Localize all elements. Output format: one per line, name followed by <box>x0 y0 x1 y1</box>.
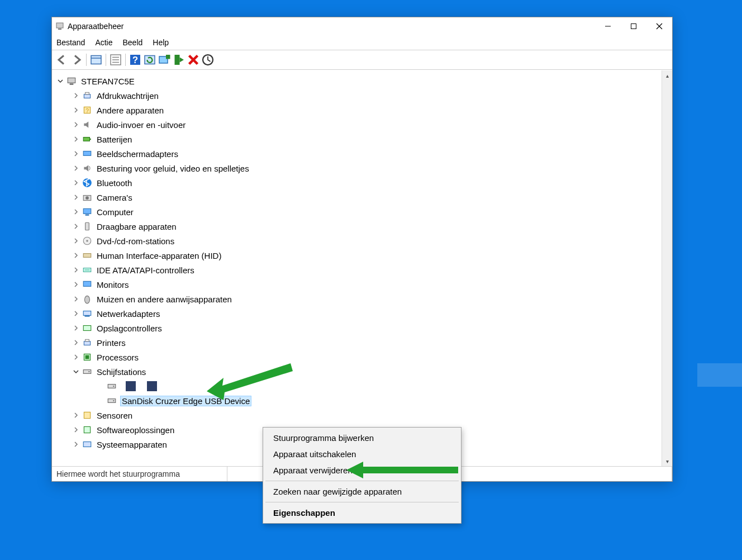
tree-category[interactable]: Printers <box>55 335 662 350</box>
svg-rect-39 <box>83 281 91 286</box>
chevron-right-icon[interactable] <box>72 339 80 347</box>
tree-item-label: Processors <box>96 352 140 363</box>
forward-button[interactable] <box>70 53 83 67</box>
scan-button[interactable] <box>201 53 215 67</box>
tree-category[interactable]: Monitors <box>55 277 662 292</box>
tree-category[interactable]: Bluetooth <box>55 175 662 190</box>
chevron-right-icon[interactable] <box>72 208 80 216</box>
chevron-right-icon[interactable] <box>72 179 80 187</box>
tree-category[interactable]: Opslagcontrollers <box>55 321 662 335</box>
tree-item-label: IDE ATA/ATAPI-controllers <box>96 265 196 276</box>
tree-item-label: STEFAN7C5E <box>80 76 136 87</box>
chevron-right-icon[interactable] <box>72 310 80 317</box>
camera-icon <box>82 192 92 202</box>
menu-file[interactable]: Bestand <box>56 38 85 47</box>
ctx-remove-device[interactable]: Apparaat verwijderen <box>264 462 460 478</box>
chevron-right-icon[interactable] <box>72 411 80 419</box>
audio-icon <box>82 120 92 130</box>
chevron-right-icon[interactable] <box>72 440 80 448</box>
refresh-button[interactable] <box>143 53 156 67</box>
monitor-icon <box>82 279 92 290</box>
tree-root[interactable]: STEFAN7C5E <box>55 74 662 88</box>
chevron-right-icon[interactable] <box>72 150 80 158</box>
tree-device[interactable] <box>55 379 662 393</box>
tree-category[interactable]: Human Interface-apparaten (HID) <box>55 248 662 263</box>
chevron-right-icon[interactable] <box>72 237 80 245</box>
chevron-right-icon[interactable] <box>72 222 80 230</box>
chevron-down-icon[interactable] <box>72 368 80 376</box>
other-devices-icon: ? <box>82 105 92 115</box>
ctx-disable-device[interactable]: Apparaat uitschakelen <box>264 446 460 462</box>
back-button[interactable] <box>55 53 69 67</box>
chevron-right-icon[interactable] <box>72 266 80 274</box>
tree-category[interactable]: Sensoren <box>55 408 662 423</box>
scroll-down-icon[interactable]: ▾ <box>662 456 672 466</box>
properties-button[interactable] <box>109 53 122 67</box>
window-controls <box>595 17 672 35</box>
maximize-button[interactable] <box>621 17 646 35</box>
chevron-right-icon[interactable] <box>72 164 80 172</box>
tree-category[interactable]: IDE ATA/ATAPI-controllers <box>55 263 662 277</box>
menu-help[interactable]: Help <box>153 38 169 47</box>
tree-category[interactable]: Batterijen <box>55 132 662 146</box>
svg-rect-47 <box>85 355 89 359</box>
toolbar-separator <box>125 54 126 66</box>
chevron-right-icon[interactable] <box>72 295 80 303</box>
chevron-right-icon[interactable] <box>72 251 80 259</box>
chevron-down-icon[interactable] <box>56 77 64 85</box>
show-hidden-button[interactable] <box>89 53 103 67</box>
help-button[interactable]: ? <box>129 53 142 67</box>
chevron-right-icon[interactable] <box>72 92 80 99</box>
svg-rect-42 <box>85 315 90 316</box>
tree-item-label: Human Interface-apparaten (HID) <box>96 250 222 261</box>
chevron-right-icon[interactable] <box>72 426 80 434</box>
ctx-scan-hardware[interactable]: Zoeken naar gewijzigde apparaten <box>264 483 460 500</box>
tree-category[interactable]: Beeldschermadapters <box>55 146 662 161</box>
chevron-right-icon[interactable] <box>72 135 80 143</box>
svg-rect-17 <box>175 55 180 65</box>
menu-action[interactable]: Actie <box>95 38 112 47</box>
chevron-right-icon[interactable] <box>72 121 80 129</box>
tree-item-label: Beeldschermadapters <box>96 149 179 159</box>
chevron-right-icon[interactable] <box>72 106 80 114</box>
tree-category[interactable]: Netwerkadapters <box>55 306 662 321</box>
tree-container: STEFAN7C5EAfdrukwachtrijen?Andere appara… <box>52 70 672 466</box>
uninstall-button[interactable] <box>172 53 185 67</box>
menu-view[interactable]: Beeld <box>123 38 143 47</box>
delete-button[interactable] <box>187 53 200 67</box>
tree-category[interactable]: Audio-invoer en -uitvoer <box>55 117 662 132</box>
scroll-up-icon[interactable]: ▴ <box>662 70 672 80</box>
chevron-right-icon[interactable] <box>72 281 80 288</box>
tree-category[interactable]: Afdrukwachtrijen <box>55 88 662 103</box>
tree-category[interactable]: Computer <box>55 205 662 219</box>
tree-category[interactable]: Dvd-/cd-rom-stations <box>55 234 662 248</box>
tree-device[interactable]: SanDisk Cruzer Edge USB Device <box>55 393 662 408</box>
tree-category[interactable]: Processors <box>55 350 662 364</box>
svg-point-35 <box>86 240 88 241</box>
tree-category-disk-drives[interactable]: Schijfstations <box>55 364 662 379</box>
svg-rect-48 <box>83 370 91 374</box>
minimize-button[interactable] <box>595 17 621 35</box>
toolbar-separator <box>106 54 106 66</box>
svg-rect-6 <box>91 56 101 64</box>
ctx-update-driver[interactable]: Stuurprogramma bijwerken <box>264 430 460 446</box>
device-tree[interactable]: STEFAN7C5EAfdrukwachtrijen?Andere appara… <box>52 70 662 466</box>
update-driver-button[interactable] <box>158 53 171 67</box>
sound-controller-icon <box>82 163 92 173</box>
display-adapter-icon <box>82 149 92 159</box>
close-button[interactable] <box>646 17 672 35</box>
tree-category[interactable]: Camera's <box>55 190 662 205</box>
printers-icon <box>82 338 92 348</box>
chevron-right-icon[interactable] <box>72 324 80 332</box>
tree-item-label: Muizen en andere aanwijsapparaten <box>96 294 233 305</box>
ctx-properties[interactable]: Eigenschappen <box>264 505 460 521</box>
tree-category[interactable]: Draagbare apparaten <box>55 219 662 234</box>
tree-item-label: Audio-invoer en -uitvoer <box>96 120 187 130</box>
vertical-scrollbar[interactable]: ▴ ▾ <box>662 70 672 466</box>
chevron-right-icon[interactable] <box>72 353 80 361</box>
tree-category[interactable]: Muizen en andere aanwijsapparaten <box>55 292 662 306</box>
storage-controller-icon <box>82 323 92 333</box>
tree-category[interactable]: Besturing voor geluid, video en spelletj… <box>55 161 662 175</box>
tree-category[interactable]: ?Andere apparaten <box>55 103 662 117</box>
chevron-right-icon[interactable] <box>72 193 80 201</box>
